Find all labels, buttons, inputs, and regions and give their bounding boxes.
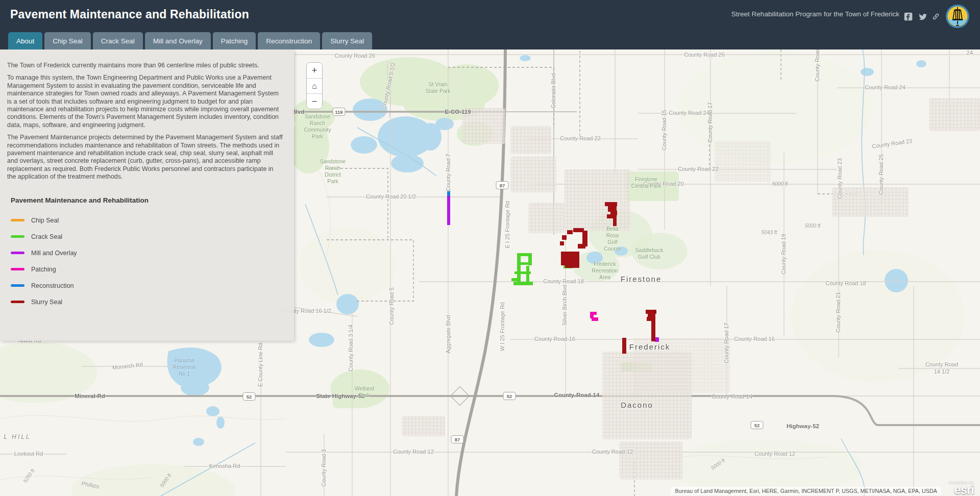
tab-bar: About Chip Seal Crack Seal Mill and Over… (8, 32, 372, 49)
map-label: County Road 18 (543, 278, 584, 285)
crack-seal-segment[interactable] (528, 253, 532, 265)
tab-chip-seal[interactable]: Chip Seal (44, 32, 91, 49)
app-window: County Road 26County Road 26County Road … (0, 0, 980, 496)
slurry-seal-segment[interactable] (562, 235, 567, 240)
legend-label: Reconstruction (31, 282, 74, 289)
crack-seal-segment[interactable] (520, 262, 528, 265)
map-label: Wetland Park (355, 385, 374, 399)
legend-swatch-chip-seal (11, 219, 24, 221)
map-label: County Road 20 1/2 (366, 193, 416, 201)
map-label: L HILL (4, 433, 31, 441)
town-of-frederick-logo[interactable] (945, 4, 970, 29)
legend-swatch-slurry-seal (11, 301, 24, 303)
legend-item: Slurry Seal (11, 294, 283, 310)
map-label: St Vrain State Park (425, 81, 450, 94)
tab-reconstruction[interactable]: Reconstruction (258, 32, 320, 49)
highway-shield: 87 (451, 435, 464, 443)
mill-and-overlay-segment[interactable] (447, 195, 450, 225)
slurry-seal-segment[interactable] (613, 218, 617, 226)
map-label: County Road 5 (388, 287, 396, 325)
reconstruction-segment[interactable] (447, 191, 450, 196)
slurry-seal-segment[interactable] (622, 338, 626, 354)
legend-label: Patching (31, 266, 56, 273)
tab-slurry-seal[interactable]: Slurry Seal (322, 32, 372, 49)
mill-and-overlay-segment[interactable] (655, 337, 659, 342)
map-label: County Road 22 (560, 135, 601, 142)
map-label: County Road 19 (780, 234, 788, 275)
map-label: County Road 18 (825, 280, 866, 287)
urban-area (462, 108, 505, 144)
slurry-seal-segment[interactable] (561, 252, 579, 265)
map-label: Kenosha Rd (209, 463, 240, 470)
map-label: 5000 ft (772, 181, 788, 188)
map-label: County Road-16 (534, 336, 575, 343)
zoom-out-button[interactable]: − (307, 93, 322, 109)
map-label: Panama Reservoir No 1 (173, 357, 196, 377)
highway-shield: 52 (243, 392, 256, 401)
slurry-seal-segment[interactable] (578, 244, 585, 249)
map-label: County Road 14 1/2 (923, 361, 961, 376)
map-label: County Road 26 (684, 52, 725, 59)
slurry-seal-segment[interactable] (567, 230, 573, 234)
legend-item: Patching (11, 261, 283, 278)
map-label: County Road 5-1/2 (381, 62, 398, 109)
panel-paragraph: To manage this system, the Town Engineer… (7, 74, 283, 129)
legend-label: Crack Seal (31, 233, 62, 240)
tab-patching[interactable]: Patching (213, 32, 256, 49)
legend-swatch-mill-and-overlay (11, 252, 24, 254)
map-label: State Highway-52 (316, 392, 364, 400)
map-label: E County Line Rd (257, 343, 264, 387)
urban-area (929, 98, 980, 131)
twitter-icon[interactable] (918, 12, 927, 21)
map-label: Lookout Rd (14, 451, 43, 458)
map-label: County Road 3 1/4 (348, 325, 355, 371)
facebook-icon[interactable] (904, 12, 913, 21)
crack-seal-segment[interactable] (526, 266, 529, 282)
page-title: Pavement Maintenance and Rehabilitation (10, 8, 249, 21)
crack-seal-segment[interactable] (511, 278, 520, 281)
map-label: County Road 15 (661, 110, 668, 151)
urban-area (510, 126, 551, 154)
map-label: Sandstone Ranch Community Park (304, 113, 331, 140)
slurry-seal-segment[interactable] (651, 312, 655, 341)
map-label: Frederick Recreation Area (592, 261, 618, 281)
urban-area (633, 338, 730, 393)
legend-swatch-patching (11, 268, 24, 270)
tab-crack-seal[interactable]: Crack Seal (93, 32, 143, 49)
map-label: Sandstone Ranch District Park (320, 158, 346, 185)
tab-mill-and-overlay[interactable]: Mill and Overlay (145, 32, 211, 49)
map-label: Firestone Central Park (631, 176, 661, 189)
home-extent-button[interactable]: ⌂ (307, 78, 322, 93)
legend-item: Crack Seal (11, 229, 283, 245)
map-label: County Road 24 (669, 110, 709, 117)
map-label: 5250 ft (22, 468, 36, 484)
map-label: Phillips (81, 480, 100, 490)
urban-area (402, 416, 445, 436)
legend-label: Slurry Seal (31, 299, 62, 306)
esri-logo[interactable]: POWERED BY esri (949, 481, 974, 495)
tab-about[interactable]: About (8, 32, 42, 49)
urban-area (528, 203, 564, 233)
highway-shield: 87 (496, 181, 509, 189)
crack-seal-segment[interactable] (513, 282, 533, 285)
map-label: County Road 3 (321, 449, 328, 486)
patching-segment[interactable] (592, 317, 598, 321)
map-label: County Road 23 (872, 138, 913, 151)
map-label: County Road 20 (643, 181, 684, 188)
slurry-seal-segment[interactable] (565, 264, 579, 268)
interchange-diamond (451, 387, 470, 406)
slurry-seal-segment[interactable] (647, 317, 651, 321)
map-label: Colorado Blvd (550, 73, 557, 108)
urban-area (619, 441, 683, 480)
legend-item: Reconstruction (11, 278, 283, 294)
urban-area (715, 141, 771, 182)
zoom-in-button[interactable]: + (307, 63, 322, 78)
slurry-seal-segment[interactable] (560, 241, 564, 245)
legend-title: Pavement Maintenance and Rehabilitation (11, 196, 283, 204)
link-icon[interactable] (932, 12, 940, 21)
map-zoom-controls: + ⌂ − (306, 62, 323, 109)
urban-area (832, 187, 909, 217)
map-label: Highway-52 (787, 423, 819, 430)
map-label: County Road 14 (712, 393, 752, 401)
map-label: 5043 ft (762, 230, 777, 236)
